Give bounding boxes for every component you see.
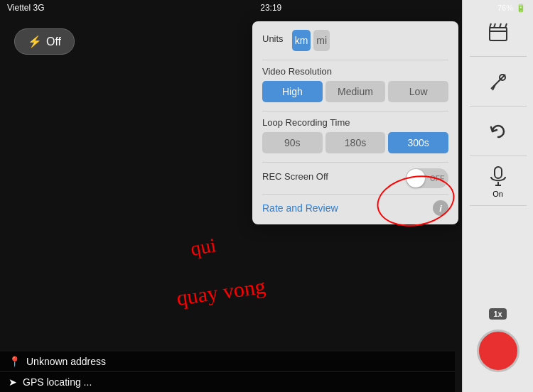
high-button[interactable]: High (262, 81, 323, 102)
sidebar-mic-button[interactable]: On (470, 156, 527, 206)
handwriting-annotation: qui quay vong (163, 206, 391, 334)
battery-info: 76% 🔋 (497, 4, 526, 13)
sidebar-tools-button[interactable] (470, 57, 527, 107)
video-resolution-setting: Video Resolution High Medium Low (262, 66, 448, 102)
loop-recording-setting: Loop Recording Time 90s 180s 300s (262, 117, 448, 153)
info-button[interactable]: i (433, 200, 448, 216)
address-line-1: 📍 Unknown address (0, 352, 455, 372)
divider-4 (262, 194, 448, 195)
rate-review-link[interactable]: Rate and Review (262, 202, 338, 214)
svg-rect-13 (495, 167, 502, 178)
svg-text:quay vong: quay vong (175, 274, 266, 310)
battery-icon: 🔋 (516, 4, 526, 13)
resolution-btn-group: High Medium Low (262, 81, 448, 102)
refresh-icon (487, 120, 510, 143)
svg-line-9 (491, 79, 501, 89)
90s-button[interactable]: 90s (262, 132, 323, 153)
sidebar-refresh-button[interactable] (470, 107, 527, 156)
carrier-text: Viettel 3G (7, 3, 44, 13)
toggle-knob (407, 169, 425, 187)
units-btn-group: km mi (292, 30, 330, 51)
flash-button[interactable]: ⚡ Off (14, 28, 75, 55)
right-sidebar: On 1x (462, 0, 533, 392)
clapperboard-icon (487, 21, 510, 43)
divider-3 (262, 162, 448, 163)
km-button[interactable]: km (292, 30, 311, 51)
flash-icon: ⚡ (28, 35, 42, 48)
gps-line: ➤ GPS locating ... (0, 372, 455, 392)
zoom-badge[interactable]: 1x (489, 308, 506, 320)
units-label: Units (262, 33, 284, 44)
location-icon: 📍 (9, 356, 21, 367)
300s-button[interactable]: 300s (388, 132, 448, 153)
address-bar: 📍 Unknown address ➤ GPS locating ... (0, 352, 455, 392)
low-button[interactable]: Low (388, 81, 448, 102)
mic-icon (487, 164, 510, 187)
180s-button[interactable]: 180s (325, 132, 386, 153)
units-setting: Units km mi (262, 30, 448, 51)
carrier-info: Viettel 3G (7, 3, 44, 13)
rec-screen-toggle[interactable]: OFF (406, 168, 448, 188)
status-bar: Viettel 3G 23:19 76% 🔋 (0, 0, 533, 16)
svg-rect-2 (490, 28, 507, 40)
gps-text: GPS locating ... (23, 376, 92, 388)
loop-time-btn-group: 90s 180s 300s (262, 132, 448, 153)
toggle-off-label: OFF (430, 175, 444, 183)
mic-label: On (492, 190, 503, 198)
divider-2 (262, 111, 448, 111)
mi-button[interactable]: mi (313, 30, 330, 51)
rate-review-row: Rate and Review i (262, 200, 448, 216)
medium-button[interactable]: Medium (325, 81, 386, 102)
gps-icon: ➤ (9, 376, 17, 388)
divider-1 (262, 60, 448, 60)
svg-text:qui: qui (189, 234, 218, 260)
battery-text: 76% (497, 4, 513, 12)
flash-label: Off (46, 36, 61, 48)
video-resolution-label: Video Resolution (262, 66, 448, 77)
record-button[interactable] (477, 330, 519, 372)
rec-screen-off-label: REC Screen Off (262, 171, 328, 182)
tools-icon (487, 70, 510, 93)
settings-panel: Units km mi Video Resolution High Medium… (252, 21, 458, 224)
rec-screen-off-row: REC Screen Off OFF (262, 168, 448, 188)
address-text: Unknown address (26, 356, 106, 367)
loop-recording-label: Loop Recording Time (262, 117, 448, 128)
time-display: 23:19 (260, 3, 281, 13)
